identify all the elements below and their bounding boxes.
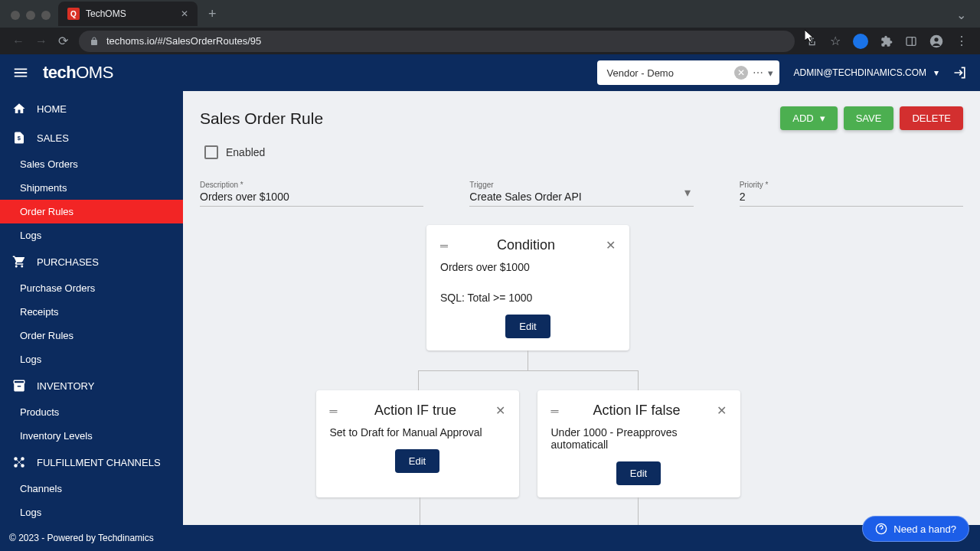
clear-tenant-icon[interactable]: ✕ — [734, 66, 748, 80]
edit-action-true-button[interactable]: Edit — [395, 449, 439, 473]
condition-card: ═ Condition ✕ Orders over $1000 SQL: Tot… — [426, 225, 629, 350]
chevron-down-icon: ▾ — [934, 67, 939, 78]
sidebar: HOME $ SALES Sales Orders Shipments Orde… — [0, 91, 183, 551]
sidepanel-icon[interactable] — [905, 35, 917, 47]
reload-icon[interactable]: ⟳ — [58, 34, 68, 48]
action-true-title: Action IF true — [374, 403, 456, 419]
action-false-title: Action IF false — [593, 403, 680, 419]
help-icon — [875, 523, 887, 535]
add-button[interactable]: Add▾ — [780, 106, 837, 130]
enabled-checkbox[interactable] — [204, 145, 218, 159]
action-true-text: Set to Draft for Manual Approval — [330, 426, 505, 439]
document-icon: $ — [12, 131, 26, 145]
nav-receipts[interactable]: Receipts — [0, 300, 183, 324]
nav-purchase-orders[interactable]: Purchase Orders — [0, 276, 183, 300]
forward-icon[interactable]: → — [35, 34, 47, 48]
action-false-card: ═ Action IF false ✕ Under 1000 - Preappr… — [537, 390, 740, 497]
url-text: techoms.io/#/SalesOrderRoutes/95 — [106, 35, 261, 47]
trigger-field[interactable]: Trigger Create Sales Order API ▾ — [469, 181, 693, 207]
tenant-more-icon[interactable]: ⋯ — [753, 67, 763, 79]
close-icon[interactable]: ✕ — [606, 238, 616, 253]
condition-desc: Orders over $1000 — [440, 261, 616, 273]
nav-sales-logs[interactable]: Logs — [0, 223, 183, 247]
description-field[interactable]: Description * Orders over $1000 — [200, 181, 423, 207]
logout-icon[interactable] — [952, 65, 968, 80]
nav-products[interactable]: Products — [0, 400, 183, 424]
share-icon[interactable] — [805, 35, 818, 47]
edit-action-false-button[interactable]: Edit — [616, 461, 661, 485]
help-widget[interactable]: Need a hand? — [862, 516, 969, 542]
save-button[interactable]: Save — [844, 106, 894, 130]
nav-purchases[interactable]: PURCHASES — [0, 247, 183, 276]
browser-chrome: Q TechOMS ✕ + ⌄ ← → ⟳ techoms.io/#/Sales… — [0, 0, 980, 54]
delete-button[interactable]: Delete — [900, 106, 963, 130]
chevron-down-icon[interactable]: ▾ — [684, 185, 691, 200]
inventory-icon — [12, 379, 26, 393]
back-icon[interactable]: ← — [12, 34, 24, 48]
window-controls — [11, 11, 51, 20]
nav-sales[interactable]: $ SALES — [0, 123, 183, 152]
svg-point-3 — [934, 37, 938, 41]
app-header: techOMS Vendor - Demo ✕ ⋯ ▾ ADMIN@TECHDI… — [0, 54, 980, 91]
nav-fulfillment[interactable]: FULFILLMENT CHANNELS — [0, 448, 183, 477]
drag-icon[interactable]: ═ — [330, 405, 336, 417]
priority-field[interactable]: Priority * 2 — [740, 181, 963, 207]
network-icon — [12, 455, 26, 469]
nav-channels[interactable]: Channels — [0, 477, 183, 500]
app-logo: techOMS — [43, 63, 113, 83]
chevron-down-icon: ▾ — [820, 112, 825, 124]
home-icon — [12, 102, 26, 116]
nav-purchase-logs[interactable]: Logs — [0, 347, 183, 371]
chevron-down-icon[interactable]: ▾ — [768, 67, 773, 79]
favicon: Q — [67, 8, 80, 20]
drag-icon[interactable]: ═ — [440, 240, 446, 252]
kebab-menu-icon[interactable]: ⋮ — [956, 34, 968, 48]
nav-inventory-levels[interactable]: Inventory Levels — [0, 424, 183, 448]
footer: © 2023 - Powered by Techdinamics — [0, 525, 980, 551]
close-icon[interactable]: ✕ — [495, 403, 505, 418]
user-menu[interactable]: ADMIN@TECHDINAMICS.COM ▾ — [793, 67, 939, 78]
edit-condition-button[interactable]: Edit — [505, 315, 550, 338]
nav-purchase-order-rules[interactable]: Order Rules — [0, 324, 183, 347]
nav-sales-orders[interactable]: Sales Orders — [0, 152, 183, 176]
hamburger-icon[interactable] — [12, 64, 29, 81]
browser-tab[interactable]: Q TechOMS ✕ — [58, 2, 198, 26]
new-tab-button[interactable]: + — [208, 6, 217, 22]
tenant-name: Vendor - Demo — [606, 67, 730, 79]
nav-home[interactable]: HOME — [0, 94, 183, 123]
nav-order-rules[interactable]: Order Rules — [0, 200, 183, 223]
extension-icon[interactable] — [853, 34, 868, 49]
main-content: Sales Order Rule Add▾ Save Delete Enable… — [183, 91, 980, 551]
star-icon[interactable]: ☆ — [830, 34, 841, 48]
enabled-label: Enabled — [226, 146, 265, 158]
condition-sql: SQL: Total >= 1000 — [440, 292, 616, 304]
user-email: ADMIN@TECHDINAMICS.COM — [793, 67, 926, 78]
tab-overflow-icon[interactable]: ⌄ — [956, 8, 966, 22]
action-true-card: ═ Action IF true ✕ Set to Draft for Manu… — [316, 390, 519, 497]
condition-title: Condition — [497, 237, 555, 253]
maximize-window[interactable] — [41, 11, 51, 20]
extensions-menu-icon[interactable] — [880, 35, 893, 47]
cart-icon — [12, 255, 26, 269]
svg-rect-0 — [906, 37, 916, 45]
tab-title: TechOMS — [86, 8, 175, 19]
drag-icon[interactable]: ═ — [551, 405, 557, 417]
nav-fulfillment-logs[interactable]: Logs — [0, 500, 183, 524]
close-tab-icon[interactable]: ✕ — [181, 8, 188, 19]
minimize-window[interactable] — [26, 11, 35, 20]
close-window[interactable] — [11, 11, 20, 20]
page-title: Sales Order Rule — [200, 109, 780, 128]
nav-shipments[interactable]: Shipments — [0, 176, 183, 200]
address-bar[interactable]: techoms.io/#/SalesOrderRoutes/95 — [79, 31, 795, 52]
action-false-text: Under 1000 - Preapproves automaticall — [551, 426, 727, 451]
nav-inventory[interactable]: INVENTORY — [0, 371, 183, 400]
profile-icon[interactable] — [929, 34, 943, 48]
tenant-selector[interactable]: Vendor - Demo ✕ ⋯ ▾ — [597, 60, 779, 85]
lock-icon — [90, 37, 99, 46]
close-icon[interactable]: ✕ — [717, 403, 727, 418]
